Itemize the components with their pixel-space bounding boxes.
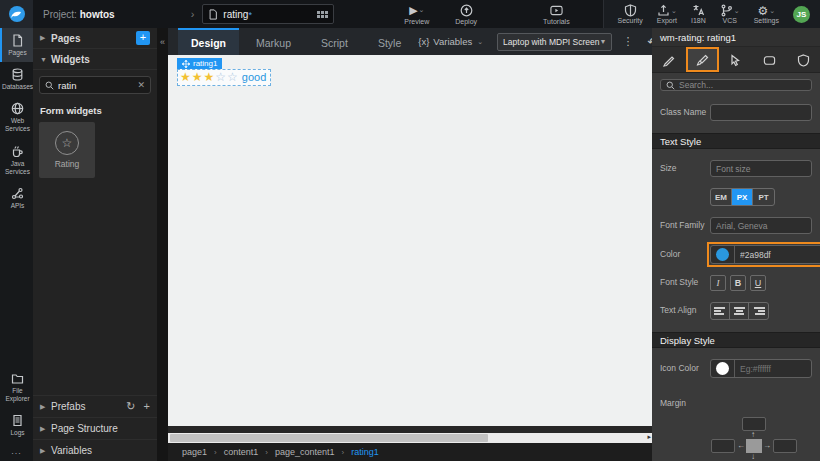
i18n-button[interactable]: I18N (691, 4, 706, 24)
clear-search-icon[interactable]: ✕ (137, 80, 145, 90)
app-logo[interactable] (0, 0, 33, 28)
preview-button[interactable]: ▶⌄ Preview (404, 4, 429, 25)
class-name-input[interactable] (710, 104, 812, 121)
chevron-right-icon: › (341, 448, 344, 457)
prefabs-section-header[interactable]: ▶ Prefabs ↻ + (33, 395, 157, 417)
breadcrumb-rating1[interactable]: rating1 (351, 447, 379, 457)
pencil-icon (662, 54, 675, 67)
text-color-row: Color (652, 245, 820, 264)
rating-widget-tile[interactable]: ☆ Rating (39, 122, 95, 178)
icon-color-row: Icon Color (652, 359, 820, 378)
align-center-button[interactable] (730, 303, 749, 319)
rating-widget-icon: ☆ (55, 131, 79, 155)
add-prefab-icon[interactable]: + (144, 400, 150, 413)
tab-script[interactable]: Script (308, 28, 361, 55)
security-button[interactable]: Security (618, 4, 643, 24)
variables-icon: {x} (418, 36, 429, 47)
breadcrumb-page1[interactable]: page1 (182, 447, 207, 457)
dock-more-button[interactable]: ... (0, 442, 33, 461)
italic-button[interactable]: I (710, 275, 726, 291)
tab-style[interactable]: Style (365, 28, 414, 55)
kebab-menu-icon[interactable]: ⋮ (616, 35, 639, 48)
collapse-left-panel-button[interactable]: « (157, 28, 168, 461)
variables-section-header[interactable]: ▶ Variables (33, 439, 157, 461)
chevron-down-icon[interactable]: ⌄ (734, 7, 740, 15)
property-search-box (660, 79, 812, 91)
margin-box (746, 439, 762, 453)
tab-security[interactable] (786, 47, 820, 72)
deploy-icon (460, 4, 473, 17)
margin-right-input[interactable] (773, 439, 797, 453)
icon-color-input[interactable] (735, 364, 811, 374)
unit-px-button[interactable]: PX (732, 189, 753, 205)
selected-widget-title: wm-rating: rating1 (652, 28, 820, 47)
deploy-button[interactable]: Deploy (455, 4, 477, 25)
unit-pt-button[interactable]: PT (753, 189, 774, 205)
tab-events[interactable] (719, 47, 753, 72)
align-right-button[interactable] (749, 303, 768, 319)
text-color-input[interactable] (735, 250, 820, 260)
user-avatar[interactable]: JS (793, 6, 810, 23)
tab-design[interactable]: Design (178, 28, 239, 55)
settings-button[interactable]: ⚙⌄ Settings (754, 4, 779, 24)
chevron-down-icon[interactable]: ⌄ (769, 7, 775, 15)
rating-widget-on-canvas[interactable]: rating1 ★★★☆☆ good (177, 58, 271, 86)
breadcrumb-page-content1[interactable]: page_content1 (275, 447, 335, 457)
widget-search-input[interactable] (58, 80, 133, 91)
chevron-down-icon[interactable]: ⌄ (419, 6, 425, 14)
dock-item-file-explorer[interactable]: File Explorer (0, 366, 33, 408)
tab-device[interactable] (753, 47, 787, 72)
cursor-icon (729, 54, 742, 67)
underline-button[interactable]: U (750, 275, 766, 291)
tab-properties[interactable] (652, 47, 686, 72)
property-search-input[interactable] (679, 80, 806, 90)
vcs-button[interactable]: ⌄ VCS (720, 4, 740, 24)
dock-item-databases[interactable]: Databases (0, 62, 33, 96)
horizontal-scrollbar[interactable]: ▸ (168, 433, 652, 443)
margin-left-input[interactable] (711, 439, 735, 453)
font-size-units-row: EM PX PT (652, 188, 820, 206)
dock-item-java-services[interactable]: Java Services (0, 139, 33, 181)
margin-controls: ↑ ← → ↓ (710, 416, 820, 461)
bold-button[interactable]: B (730, 275, 746, 291)
pages-section-header[interactable]: ▶ Pages + (33, 28, 157, 49)
dock-item-web-services[interactable]: Web Services (0, 96, 33, 138)
breadcrumb-content1[interactable]: content1 (224, 447, 259, 457)
text-color-swatch[interactable] (716, 248, 729, 261)
tab-markup[interactable]: Markup (243, 28, 304, 55)
dock-item-apis[interactable]: APIs (0, 181, 33, 215)
page-structure-section-header[interactable]: ▶ Page Structure (33, 417, 157, 439)
icon-color-swatch[interactable] (716, 362, 729, 375)
editor-area: Design Markup Script Style {x} Variables… (168, 28, 652, 461)
caret-down-icon: ▼ (40, 56, 46, 63)
dock-item-logs[interactable]: Logs (0, 408, 33, 442)
margin-center-widget: ↑ ← → ↓ (739, 435, 769, 457)
dock-item-pages[interactable]: Pages (0, 28, 33, 62)
rating-widget-body[interactable]: ★★★☆☆ good (177, 69, 271, 86)
filled-stars[interactable]: ★★★ (180, 70, 215, 84)
align-left-button[interactable] (711, 303, 730, 319)
widgets-section-header[interactable]: ▼ Widgets (33, 49, 157, 70)
chevron-down-icon[interactable]: ⌄ (671, 7, 677, 15)
refresh-prefabs-icon[interactable]: ↻ (126, 400, 135, 413)
empty-stars[interactable]: ☆☆ (215, 70, 239, 84)
font-family-input[interactable] (710, 217, 812, 234)
class-name-row: Class Name (652, 104, 820, 121)
export-button[interactable]: ⌄ Export (657, 4, 677, 24)
add-page-button[interactable]: + (136, 31, 150, 45)
properties-panel: wm-rating: rating1 (652, 28, 820, 461)
design-canvas[interactable]: rating1 ★★★☆☆ good (168, 55, 652, 426)
tutorials-button[interactable]: Tutorials (543, 4, 570, 25)
margin-top-input[interactable] (742, 417, 766, 431)
font-style-row: Font Style I B U (652, 275, 820, 291)
tab-styles[interactable] (686, 47, 720, 72)
unit-em-button[interactable]: EM (711, 189, 732, 205)
variables-button[interactable]: {x} Variables ⌄ (418, 36, 483, 47)
device-select[interactable]: Laptop with MDPI Screen ▼ (497, 33, 612, 51)
page-selector[interactable]: rating* (202, 4, 334, 24)
horizontal-scrollbar-thumb[interactable] (170, 434, 488, 442)
selected-widget-label[interactable]: rating1 (177, 58, 222, 69)
page-grid-icon[interactable] (317, 11, 328, 18)
font-size-input[interactable] (710, 160, 812, 177)
scroll-right-arrow-icon[interactable]: ▸ (647, 433, 651, 441)
